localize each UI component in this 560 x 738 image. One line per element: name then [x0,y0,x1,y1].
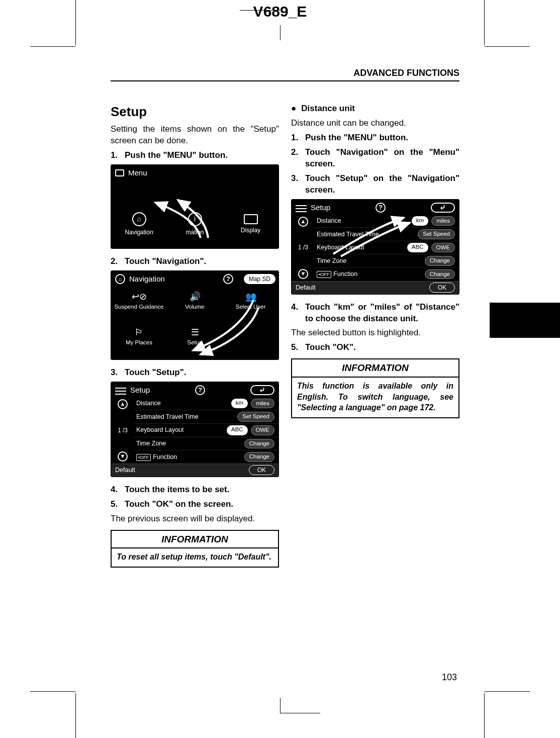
left-step-5-text: Touch "OK" on the screen. [125,499,233,510]
miles-button[interactable]: miles [251,399,274,409]
setup-intro: Setting the items shown on the "Setup" s… [111,124,279,147]
nav-item-volume-label: Volume [168,303,222,311]
row-distance-label: Distance [136,399,161,408]
section-rule [111,80,459,81]
off-function-tag: •OFF [317,271,331,278]
right-step-4-text: Touch "km" or "miles" of "Distance" to c… [305,302,459,325]
right-step-2-text: Touch "Navigation" on the "Menu" screen. [305,147,459,170]
left-note: The previous screen will be displayed. [111,513,279,525]
section-header: ADVANCED FUNCTIONS [111,68,459,80]
row-ett-label: Estimated Travel Time [317,230,379,239]
right-info-title: INFORMATION [292,359,458,378]
abc-button[interactable]: ABC [407,243,428,253]
owe-button[interactable]: OWE [431,243,455,253]
help-icon[interactable]: ? [376,203,386,213]
default-button[interactable]: Default [115,466,135,475]
row-timezone-label: Time Zone [136,439,166,448]
setup-heading: Setup [111,103,279,121]
right-step-1: 1.Push the "MENU" button. [291,132,459,144]
page-indicator: 1 /3 [298,243,308,251]
ok-button[interactable]: OK [429,283,455,293]
doc-header: V689_E [253,3,307,20]
row-keyboard-label: Keyboard Layout [136,426,184,434]
right-column: Distance unit Distance unit can be chang… [291,103,459,663]
left-step-2-text: Touch "Navigation". [125,256,206,267]
setup-screen-title: Setup [311,203,330,213]
menu-screen-title: Menu [128,168,147,178]
nav-item-setup[interactable]: ☰Setup [167,324,223,359]
scroll-up-button[interactable]: ▲ [298,217,308,227]
left-step-3: 3.Touch "Setup". [111,367,279,379]
page-number: 103 [442,672,457,683]
function-change-button[interactable]: Change [425,269,455,280]
row-keyboard-label: Keyboard Layout [317,243,364,252]
timezone-change-button[interactable]: Change [244,439,274,449]
ok-button[interactable]: OK [249,465,274,475]
navigation-screen-title: Navigation [129,274,165,284]
nav-item-suspend[interactable]: ↩⊘Suspend Guidance [111,288,167,324]
back-button[interactable]: ⤶ [431,203,455,213]
map-sd-button[interactable]: Map SD [244,274,275,284]
page-indicator: 1 /3 [118,426,128,434]
setup-screen-title: Setup [130,385,150,395]
menu-icon [115,169,124,176]
timezone-change-button[interactable]: Change [425,256,455,266]
right-info-body: This function is available only in Engli… [292,378,458,417]
left-step-3-text: Touch "Setup". [125,367,186,379]
left-step-5: 5.Touch "OK" on the screen. [111,499,279,510]
distance-unit-intro: Distance unit can be changed. [291,118,459,129]
right-step-5-text: Touch "OK". [305,342,356,353]
row-timezone-label: Time Zone [317,257,346,265]
help-icon[interactable]: ? [223,274,233,284]
owe-button[interactable]: OWE [251,425,274,435]
right-step-3-text: Touch "Setup" on the "Navigation" screen… [305,173,459,196]
row-ett-label: Estimated Travel Time [136,413,199,421]
function-change-button[interactable]: Change [244,452,274,462]
km-button[interactable]: km [412,216,428,226]
back-button[interactable]: ⤶ [250,385,274,395]
left-step-1: 1.Push the "MENU" button. [111,150,279,161]
setup-icon [115,387,126,394]
off-function-tag: •OFF [136,454,151,461]
nav-item-select-user[interactable]: 👥Select User [223,288,278,324]
display-icon [244,214,258,224]
right-info-box: INFORMATION This function is available o… [291,358,459,418]
thumb-tab [490,303,560,338]
left-step-4-text: Touch the items to be set. [125,484,229,496]
nav-item-suspend-label: Suspend Guidance [112,303,166,311]
row-distance-label: Distance [317,217,341,225]
scroll-up-button[interactable]: ▲ [118,399,128,409]
row-function-label: Function [333,270,357,278]
left-step-2: 2.Touch "Navigation". [111,256,279,267]
setup-icon [296,204,307,211]
left-info-title: INFORMATION [112,531,278,549]
abc-button[interactable]: ABC [227,425,248,435]
nav-item-select-user-label: Select User [224,303,277,311]
km-button[interactable]: km [231,399,248,409]
menu-item-display[interactable]: Display [231,212,271,236]
miles-button[interactable]: miles [431,216,455,226]
nav-title-icon: ⌂ [115,274,125,284]
left-info-body: To reset all setup items, touch "Default… [112,548,278,567]
nav-item-my-places-label: My Places [112,339,166,347]
setup-screen-figure-left: Setup ? ⤶ ▲ 1 /3 ▼ Distance [111,382,279,477]
default-button[interactable]: Default [296,284,316,292]
nav-item-my-places[interactable]: 🏳My Places [111,324,167,359]
right-step-1-text: Push the "MENU" button. [305,132,408,144]
scroll-down-button[interactable]: ▼ [118,451,128,462]
nav-item-volume[interactable]: 🔊Volume [167,288,223,324]
set-speed-button[interactable]: Set Speed [418,229,455,239]
help-icon[interactable]: ? [195,385,205,395]
scroll-down-button[interactable]: ▼ [298,269,308,279]
menu-screen-figure: Menu ⌂ Navigation i mation Display [111,164,279,249]
nav-item-setup-label: Setup [168,339,222,347]
right-note: The selected button is highlighted. [291,327,459,339]
left-step-1-text: Push the "MENU" button. [125,150,228,161]
distance-unit-heading: Distance unit [291,103,459,115]
left-step-4: 4.Touch the items to be set. [111,484,279,496]
right-step-2: 2.Touch "Navigation" on the "Menu" scree… [291,147,459,170]
right-step-4: 4.Touch "km" or "miles" of "Distance" to… [291,302,459,325]
set-speed-button[interactable]: Set Speed [237,412,274,422]
right-step-3: 3.Touch "Setup" on the "Navigation" scre… [291,173,459,196]
setup-screen-figure-right: Setup ? ⤶ ▲ 1 /3 ▼ Distance [291,199,459,295]
